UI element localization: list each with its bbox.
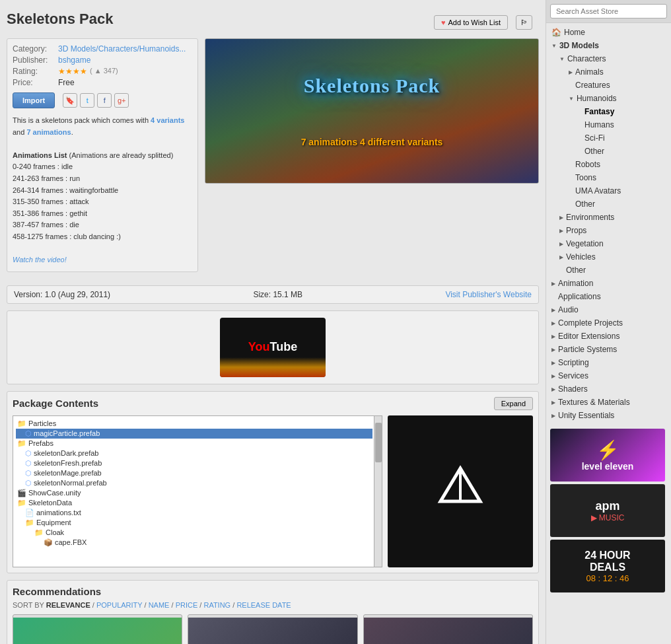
- meta-panel: Category: 3D Models/Characters/Humanoids…: [7, 38, 198, 272]
- arrow-right-icon: ▶: [551, 386, 555, 392]
- arrow-right-icon: ▶: [559, 228, 563, 234]
- sidebar-label: Applications: [558, 292, 601, 301]
- sidebar-item-characters[interactable]: ▼ Characters: [546, 52, 671, 65]
- sidebar-item-scripting[interactable]: ▶ Scripting: [546, 356, 671, 369]
- sidebar-item-editor[interactable]: ▶ Editor Extensions: [546, 330, 671, 343]
- tree-item[interactable]: 📁 Prefabs: [16, 439, 372, 448]
- folder-icon: 📁: [17, 419, 26, 428]
- sidebar-item-props[interactable]: ▶ Props: [546, 224, 671, 237]
- googleplus-icon[interactable]: g+: [114, 93, 129, 108]
- tree-item[interactable]: ⬡ skeletonFresh.prefab: [16, 458, 372, 468]
- publisher-website-link[interactable]: Visit Publisher's Website: [445, 290, 532, 299]
- version-text: Version: 1.0 (Aug 29, 2011): [14, 290, 110, 299]
- expand-button[interactable]: Expand: [494, 397, 533, 410]
- home-icon: 🏠: [551, 28, 561, 37]
- ad-apm[interactable]: apm ▶ MUSIC: [550, 484, 665, 537]
- search-bar: [546, 0, 671, 23]
- prefab-icon: ⬡: [25, 469, 32, 478]
- youtube-thumbnail[interactable]: YouTube: [220, 318, 326, 377]
- sidebar-item-robots[interactable]: Robots: [546, 158, 671, 171]
- sidebar-item-audio[interactable]: ▶ Audio: [546, 303, 671, 316]
- sidebar-item-complete[interactable]: ▶ Complete Projects: [546, 316, 671, 330]
- sidebar-item-vehicles[interactable]: ▶ Vehicles: [546, 250, 671, 264]
- sidebar-item-other-humanoid[interactable]: Other: [546, 145, 671, 158]
- package-contents: Package Contents Expand 📁 Particles ⬡ ma…: [7, 391, 539, 573]
- facebook-icon[interactable]: f: [97, 93, 112, 108]
- arrow-right-icon: ▶: [551, 307, 555, 313]
- tree-item[interactable]: ⬡ magicParticle.prefab: [16, 429, 372, 439]
- page-title: Skeletons Pack: [7, 11, 113, 28]
- ad-levelup[interactable]: ⚡ level eleven: [550, 429, 665, 482]
- rec-item[interactable]: Animated Multi-Functi...: [188, 614, 357, 644]
- sidebar-item-creatures[interactable]: Creatures: [546, 79, 671, 92]
- flag-button[interactable]: 🏳: [516, 15, 532, 30]
- import-button[interactable]: Import: [13, 92, 55, 108]
- arrow-right-icon: ▶: [551, 360, 555, 366]
- sidebar-item-other-char[interactable]: Other: [546, 197, 671, 211]
- tree-item[interactable]: 📁 Equipment: [16, 518, 372, 528]
- rating-label: Rating:: [13, 67, 55, 76]
- bookmark-icon[interactable]: 🔖: [63, 93, 77, 108]
- arrow-right-icon: ▶: [551, 373, 555, 379]
- ad-deals-text: 24 HOUR: [584, 550, 630, 561]
- folder-icon: 📁: [25, 519, 34, 527]
- sort-bar: SORT BY RELEVANCE / POPULARITY / NAME / …: [13, 601, 533, 609]
- tree-item[interactable]: 📁 Cloak: [16, 528, 372, 538]
- sidebar-item-unity-essentials[interactable]: ▶ Unity Essentials: [546, 409, 671, 422]
- sidebar-item-fantasy[interactable]: Fantasy: [546, 105, 671, 118]
- watch-video-link[interactable]: Watch the video!: [13, 256, 67, 264]
- desc-highlight2: 7 animations: [26, 128, 71, 136]
- rec-items-row: Low Poly Strategy Prot... Animated Multi…: [13, 614, 533, 644]
- wishlist-button[interactable]: ♥ Add to Wish List: [434, 15, 508, 30]
- tree-item[interactable]: ⬡ skeletonMage.prefab: [16, 468, 372, 478]
- arrow-down-icon: ▼: [551, 43, 557, 49]
- sidebar-item-vegetation[interactable]: ▶ Vegetation: [546, 237, 671, 250]
- sidebar-item-particles[interactable]: ▶ Particle Systems: [546, 343, 671, 356]
- sidebar-label: Home: [564, 28, 585, 37]
- sort-rating[interactable]: RATING: [203, 601, 230, 609]
- search-input[interactable]: [550, 4, 667, 18]
- sidebar-label: Humans: [584, 120, 614, 129]
- tree-item[interactable]: 📁 Particles: [16, 419, 372, 429]
- sidebar-label: Vehicles: [566, 252, 596, 262]
- sidebar-item-environments[interactable]: ▶ Environments: [546, 211, 671, 224]
- sidebar-item-animation[interactable]: ▶ Animation: [546, 277, 671, 290]
- tree-item[interactable]: 📦 cape.FBX: [16, 538, 372, 548]
- sidebar-item-applications[interactable]: Applications: [546, 290, 671, 303]
- sidebar-item-other-3d[interactable]: Other: [546, 264, 671, 277]
- sidebar-label: Editor Extensions: [558, 332, 619, 341]
- sidebar-label: Scripting: [558, 358, 589, 367]
- sidebar-item-humanoids[interactable]: ▼ Humanoids: [546, 92, 671, 105]
- sidebar-item-animals[interactable]: ▶ Animals: [546, 65, 671, 79]
- sidebar-item-shaders[interactable]: ▶ Shaders: [546, 382, 671, 396]
- sort-release[interactable]: RELEASE DATE: [236, 601, 291, 609]
- preview-box: [388, 415, 533, 567]
- version-bar: Version: 1.0 (Aug 29, 2011) Size: 15.1 M…: [7, 285, 539, 304]
- sidebar-item-services[interactable]: ▶ Services: [546, 369, 671, 382]
- twitter-icon[interactable]: t: [80, 93, 94, 108]
- sidebar-label: Complete Projects: [558, 318, 623, 328]
- rec-item[interactable]: Low Poly Strategy Prot...: [13, 614, 182, 644]
- sort-name[interactable]: NAME: [149, 601, 170, 609]
- sidebar-item-home[interactable]: 🏠 Home: [546, 26, 671, 39]
- tree-item[interactable]: ⬡ skeletonNormal.prefab: [16, 478, 372, 488]
- sort-price[interactable]: PRICE: [176, 601, 198, 609]
- sidebar-item-toons[interactable]: Toons: [546, 171, 671, 184]
- publisher-link[interactable]: bshgame: [58, 55, 90, 65]
- sidebar-item-humans[interactable]: Humans: [546, 118, 671, 131]
- tree-item[interactable]: 📄 animations.txt: [16, 508, 372, 518]
- youtube-section: YouTube: [7, 310, 539, 384]
- ad-deals[interactable]: 24 HOUR DEALS 08 : 12 : 46: [550, 540, 665, 592]
- rec-item[interactable]: Marine Troop With Roc...: [363, 614, 533, 644]
- tree-item[interactable]: 🎬 ShowCase.unity: [16, 488, 372, 498]
- sidebar-item-uma[interactable]: UMA Avatars: [546, 184, 671, 197]
- file-tree[interactable]: 📁 Particles ⬡ magicParticle.prefab 📁 Pre…: [13, 415, 382, 567]
- sidebar-item-scifi[interactable]: Sci-Fi: [546, 131, 671, 145]
- sort-popularity[interactable]: POPULARITY: [96, 601, 143, 609]
- sidebar-label: Audio: [558, 305, 579, 314]
- tree-item[interactable]: 📁 SkeletonData: [16, 498, 372, 508]
- sidebar-item-textures[interactable]: ▶ Textures & Materials: [546, 396, 671, 409]
- category-link[interactable]: 3D Models/Characters/Humanoids...: [58, 44, 186, 54]
- sidebar-item-3dmodels[interactable]: ▼ 3D Models: [546, 39, 671, 52]
- tree-item[interactable]: ⬡ skeletonDark.prefab: [16, 448, 372, 458]
